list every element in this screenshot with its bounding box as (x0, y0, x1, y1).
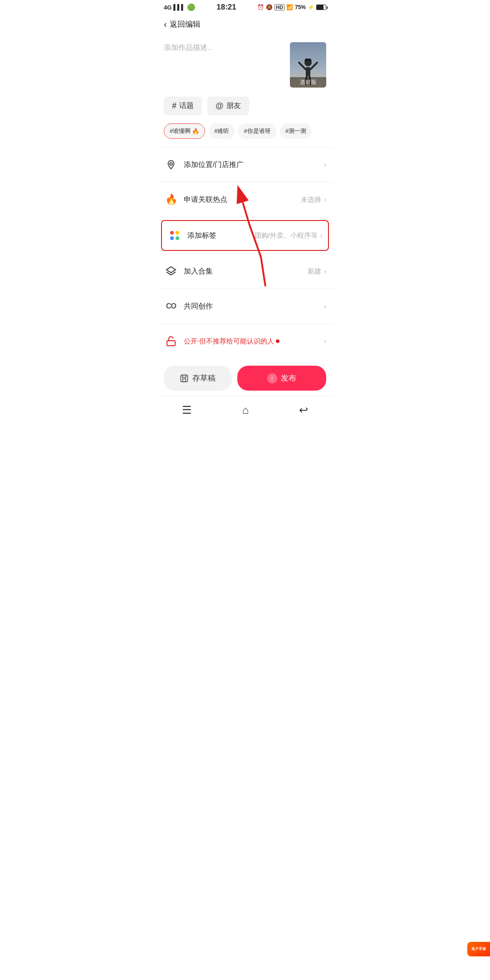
privacy-text: 公开·但不推荐给可能认识的人 (184, 337, 324, 346)
publish-label: 发布 (281, 373, 296, 383)
svg-rect-14 (183, 378, 186, 382)
status-time: 18:21 (216, 3, 236, 12)
divider-3 (157, 217, 333, 217)
collab-menu-item[interactable]: CO 共同创作 › (157, 291, 333, 322)
hashtag-icon: # (172, 101, 176, 111)
upload-icon: ↑ (267, 373, 277, 383)
status-left: 4G ▌▌▌ 🟢 (164, 3, 196, 11)
mention-label: 朋友 (226, 101, 241, 111)
at-icon: @ (216, 101, 224, 111)
divider-6 (157, 323, 333, 324)
location-arrow: › (324, 161, 326, 169)
layers-icon (164, 264, 178, 279)
wifi-icon: 📶 (286, 4, 293, 10)
privacy-arrow: › (324, 337, 326, 345)
mute-icon: 🔕 (266, 4, 273, 10)
save-draft-icon (180, 374, 189, 383)
trending-tag-2-label: #你是谁呀 (244, 127, 270, 135)
location-menu-item[interactable]: 添加位置/门店推广 › (157, 149, 333, 180)
divider-2 (157, 182, 333, 182)
flame-icon: 🔥 (164, 192, 178, 207)
fire-icon-0: 🔥 (192, 128, 199, 135)
cover-thumbnail[interactable]: 选封面 (290, 42, 326, 88)
dot-red (170, 231, 174, 235)
description-placeholder[interactable]: 添加作品描述.. (164, 42, 284, 53)
svg-marker-9 (167, 267, 176, 273)
collection-arrow: › (324, 267, 326, 275)
collection-value: 新建 (308, 267, 321, 276)
dot-blue (170, 236, 174, 240)
battery-icon (316, 5, 326, 10)
header: ‹ 返回编辑 (157, 14, 333, 35)
dots-label-icon (167, 228, 182, 243)
collab-arrow: › (324, 302, 326, 310)
hashtag-label: 话题 (179, 101, 194, 111)
divider-1 (157, 147, 333, 147)
tag-buttons-row: # 话题 @ 朋友 (157, 93, 333, 121)
privacy-label: 公开·但不推荐给可能认识的人 (184, 337, 274, 346)
privacy-dot (276, 339, 279, 343)
mention-button[interactable]: @ 朋友 (207, 97, 249, 115)
svg-rect-13 (182, 375, 186, 377)
trending-tags-row: #谁懂啊 🔥 #难听 #你是谁呀 #测一测 (157, 121, 333, 145)
collection-menu-item[interactable]: 加入合集 新建 › (157, 256, 333, 287)
trending-tag-0-label: #谁懂啊 (170, 127, 191, 135)
battery-fill (317, 5, 323, 10)
hd-icon: HD (274, 4, 284, 10)
back-nav-button[interactable]: ↩ (290, 402, 317, 418)
save-draft-button[interactable]: 存草稿 (164, 366, 232, 391)
hotspot-value: 未选择 (301, 196, 321, 204)
svg-rect-10 (167, 341, 175, 346)
dot-green (176, 236, 179, 240)
unlock-icon (164, 334, 178, 348)
hashtag-button[interactable]: # 话题 (164, 97, 202, 115)
back-button[interactable]: ‹ 返回编辑 (164, 19, 201, 29)
nav-bar: ☰ ⌂ ↩ (157, 396, 333, 422)
trending-tag-0[interactable]: #谁懂啊 🔥 (164, 123, 205, 139)
description-area: 添加作品描述.. (157, 35, 333, 93)
publish-button[interactable]: ↑ 发布 (237, 366, 327, 391)
hotspot-arrow: › (324, 196, 326, 204)
menu-nav-button[interactable]: ☰ (173, 402, 201, 418)
co-icon: CO (164, 299, 178, 314)
label-menu-arrow: › (320, 231, 323, 240)
back-label: 返回编辑 (170, 19, 201, 29)
label-menu-item[interactable]: 添加标签 团购/外卖、小程序等 › (161, 220, 329, 251)
collection-label: 加入合集 (184, 267, 308, 276)
location-icon (164, 157, 178, 172)
collab-label: 共同创作 (184, 302, 321, 311)
wechat-icon: 🟢 (187, 3, 196, 11)
hotspot-menu-item[interactable]: 🔥 申请关联热点 未选择 › (157, 184, 333, 215)
battery-percent: 75% (295, 4, 306, 10)
cover-label[interactable]: 选封面 (290, 77, 326, 88)
status-right: ⏰ 🔕 HD 📶 75% ⚡ (257, 4, 326, 10)
alarm-icon: ⏰ (257, 4, 264, 10)
svg-rect-2 (306, 67, 310, 76)
svg-point-8 (170, 162, 172, 165)
signal-text: 4G (164, 4, 172, 11)
trending-tag-1[interactable]: #难听 (209, 123, 235, 139)
bottom-buttons: 存草稿 ↑ 发布 (157, 360, 333, 396)
dot-yellow (176, 231, 179, 235)
trending-tag-3-label: #测一测 (285, 127, 306, 135)
save-draft-label: 存草稿 (192, 373, 216, 383)
divider-5 (157, 289, 333, 289)
divider-4 (157, 254, 333, 254)
location-label: 添加位置/门店推广 (184, 160, 321, 170)
lightning-icon: ⚡ (308, 4, 314, 10)
trending-tag-2[interactable]: #你是谁呀 (238, 123, 276, 139)
trending-tag-1-label: #难听 (214, 127, 229, 135)
label-menu-label: 添加标签 (187, 231, 255, 240)
back-arrow-icon: ‹ (164, 19, 167, 29)
home-nav-button[interactable]: ⌂ (233, 402, 258, 418)
co-text: CO (166, 302, 176, 310)
status-bar: 4G ▌▌▌ 🟢 18:21 ⏰ 🔕 HD 📶 75% ⚡ (157, 0, 333, 14)
signal-bars: ▌▌▌ (173, 4, 185, 10)
trending-tag-3[interactable]: #测一测 (280, 123, 312, 139)
privacy-row[interactable]: 公开·但不推荐给可能认识的人 › (157, 326, 333, 357)
label-menu-value: 团购/外卖、小程序等 (255, 231, 318, 240)
hotspot-label: 申请关联热点 (184, 195, 301, 205)
